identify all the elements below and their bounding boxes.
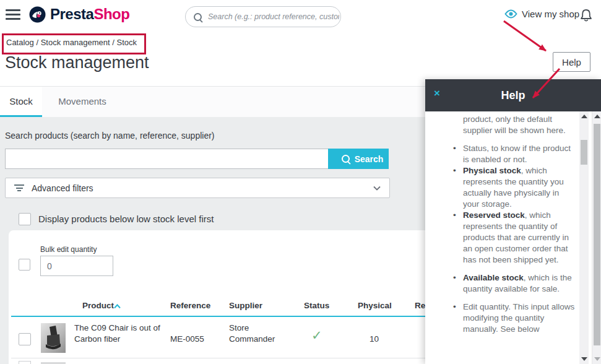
product-search-group: Search (5, 149, 389, 169)
advanced-filters-label: Advanced filters (32, 183, 373, 193)
breadcrumb-separator: / (112, 38, 115, 47)
help-panel-content: product, only the default supplier will … (425, 111, 579, 364)
column-header-physical[interactable]: Physical (358, 301, 392, 310)
help-content-scrollbar[interactable] (579, 111, 589, 364)
breadcrumb: Catalog / Stock management / Stock (6, 38, 137, 47)
help-panel-title: Help (501, 89, 525, 102)
notifications-bell-icon[interactable] (579, 8, 593, 23)
search-icon (194, 13, 202, 21)
global-search-box (185, 6, 341, 27)
prestashop-admin-window: PrestaShop View my shop Catalog / Sto (0, 0, 601, 364)
page-title: Stock management (5, 53, 149, 72)
eye-icon (504, 9, 517, 19)
prestashop-logo[interactable]: PrestaShop (29, 6, 129, 23)
column-header-reference[interactable]: Reference (170, 301, 210, 310)
low-stock-label: Display products below low stock level f… (38, 214, 214, 224)
cell-product-name[interactable]: The C09 Chair is out of Carbon fiber (74, 323, 167, 345)
bulk-edit-quantity-label: Bulk edit quantity (40, 245, 97, 254)
help-item: Edit quantity. This input allows modifyi… (463, 301, 575, 335)
bulk-select-all-checkbox[interactable] (19, 259, 30, 271)
product-search-input[interactable] (5, 149, 328, 169)
tab-movements[interactable]: Movements (48, 87, 116, 115)
help-item: Physical stock, which represents the qua… (463, 165, 575, 210)
product-thumbnail (41, 323, 66, 353)
help-item: product, only the default supplier will … (463, 114, 575, 136)
breadcrumb-catalog[interactable]: Catalog (6, 38, 34, 47)
scroll-down-arrow-icon[interactable] (594, 357, 600, 361)
tab-stock[interactable]: Stock (0, 87, 42, 118)
top-bar: PrestaShop View my shop (0, 0, 601, 31)
low-stock-checkbox[interactable] (19, 213, 31, 225)
search-button[interactable]: Search (328, 149, 389, 169)
help-item: Status, to know if the product is enable… (463, 143, 575, 165)
scroll-down-arrow-icon[interactable] (581, 357, 587, 361)
help-button[interactable]: Help (553, 52, 590, 72)
cell-physical-quantity: 10 (370, 334, 379, 345)
next-row-checkbox[interactable] (19, 361, 31, 364)
column-header-product[interactable]: Product (82, 301, 114, 310)
help-panel-scrollbar[interactable] (592, 111, 601, 364)
scroll-up-arrow-icon[interactable] (594, 115, 600, 118)
help-item: Available stock, which is the quantity a… (463, 272, 575, 295)
cell-reference: ME-0055 (170, 334, 204, 345)
breadcrumb-stock-management[interactable]: Stock management (41, 38, 110, 47)
help-panel: × Help product, only the default supplie… (425, 79, 601, 364)
column-header-supplier[interactable]: Supplier (229, 301, 262, 310)
row-checkbox[interactable] (19, 333, 31, 345)
bulk-edit-quantity-input[interactable] (40, 256, 113, 276)
chevron-down-icon (373, 186, 381, 191)
search-icon (342, 155, 350, 163)
filter-icon (14, 183, 24, 193)
status-enabled-check-icon: ✓ (311, 328, 322, 343)
prestashop-logo-icon (29, 6, 46, 23)
prestashop-logo-text: PrestaShop (50, 6, 129, 23)
view-my-shop-label: View my shop (522, 9, 579, 19)
breadcrumb-stock[interactable]: Stock (117, 38, 137, 47)
global-search-input[interactable] (207, 12, 340, 22)
sort-ascending-icon[interactable] (114, 304, 121, 309)
scrollbar-thumb[interactable] (581, 140, 587, 165)
help-item: Reserved stock, which represents the qua… (463, 210, 575, 266)
search-products-label: Search products (search by name, referen… (5, 131, 215, 141)
help-panel-header: × Help (425, 79, 601, 111)
column-header-status[interactable]: Status (304, 301, 329, 310)
scrollbar-thumb[interactable] (594, 124, 600, 345)
breadcrumb-separator: / (36, 38, 38, 47)
cell-supplier: Store Commander (229, 323, 291, 345)
menu-hamburger-icon[interactable] (6, 9, 20, 20)
scroll-up-arrow-icon[interactable] (581, 115, 587, 118)
advanced-filters-toggle[interactable]: Advanced filters (5, 178, 390, 198)
view-my-shop-link[interactable]: View my shop (504, 9, 579, 19)
close-icon[interactable]: × (434, 88, 440, 98)
